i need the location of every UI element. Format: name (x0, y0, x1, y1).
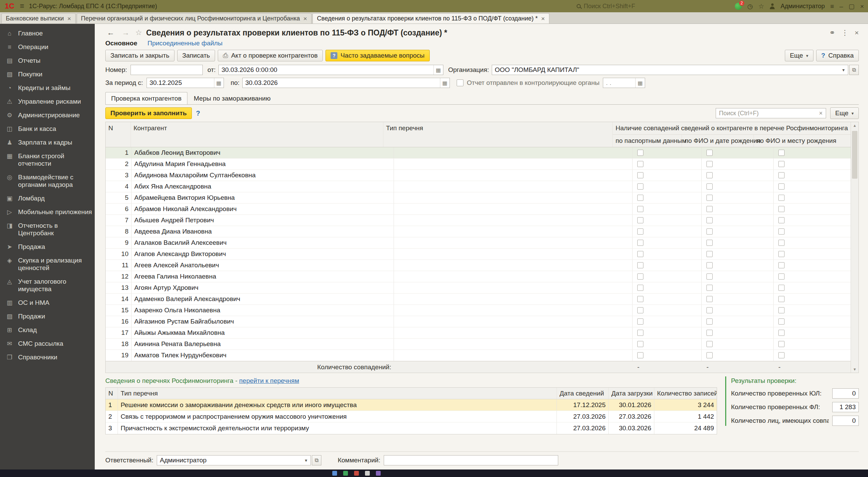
table-row[interactable]: 4Абих Яна Александровна (106, 181, 851, 192)
open-responsible-icon[interactable]: ⧉ (312, 455, 321, 465)
table-row[interactable]: 12Агеева Галина Николаевна (106, 271, 851, 282)
check-fill-button[interactable]: Проверить и заполнить (105, 107, 192, 119)
list-row[interactable]: 1Решение комиссии о замораживании денежн… (106, 399, 717, 411)
table-search-input[interactable]: Поиск (Ctrl+F) × (716, 108, 826, 118)
table-row[interactable]: 3Абидинова Махларойим Султанбековна (106, 170, 851, 181)
match-checkbox-passport[interactable] (637, 195, 643, 201)
responsible-input[interactable]: Администратор ▾ (157, 455, 311, 465)
column-header-fio-birthdate[interactable]: по ФИО и дате рождения (682, 135, 754, 147)
match-checkbox-passport[interactable] (637, 307, 643, 313)
match-checkbox-passport[interactable] (637, 217, 643, 223)
table-row[interactable]: 7Абышев Андрей Петрович (106, 215, 851, 226)
table-row[interactable]: 8Авдеева Диана Ивановна (106, 226, 851, 237)
window-tab[interactable]: Перечни организаций и физических лиц Рос… (77, 13, 312, 24)
favorites-icon[interactable]: ☆ (758, 3, 764, 10)
vertical-scrollbar[interactable]: ▲ ▼ (851, 122, 858, 373)
organization-input[interactable]: ООО "ЛОМБАРД КАПИТАЛ" ▾ (492, 65, 848, 75)
taskbar-icon[interactable] (354, 471, 359, 476)
match-checkbox-fio-birthdate[interactable] (706, 251, 713, 257)
main-menu-icon[interactable]: ≡ (20, 2, 24, 11)
calendar-icon[interactable]: ▦ (433, 65, 443, 75)
column-header-contractor[interactable]: Контрагент (131, 122, 383, 147)
scrollbar-thumb[interactable] (852, 131, 857, 179)
close-tab-icon[interactable]: × (541, 15, 545, 23)
sidebar-item[interactable]: ✉СМС рассылка (0, 337, 95, 351)
sidebar-item[interactable]: ▷Мобильные приложения (0, 205, 95, 219)
match-checkbox-fio-birthdate[interactable] (706, 352, 713, 358)
table-more-button[interactable]: Еще▾ (830, 107, 859, 119)
sidebar-item[interactable]: ⌂Главное (0, 27, 95, 40)
table-row[interactable]: 9Агалаков Василий Алексеевич (106, 237, 851, 249)
table-row[interactable]: 19Акматов Тилек Нурдунбекович (106, 350, 851, 361)
column-header-n[interactable]: N (106, 122, 131, 147)
sidebar-item[interactable]: ▤Отчеты (0, 54, 95, 68)
period-from-input[interactable]: 30.12.2025 ▦ (147, 78, 224, 88)
match-checkbox-fio-birthplace[interactable] (778, 172, 785, 178)
match-checkbox-fio-birthplace[interactable] (778, 161, 785, 167)
table-row[interactable]: 11Агеев Алексей Анатольевич (106, 260, 851, 271)
close-window-icon[interactable]: × (860, 3, 864, 10)
window-tab[interactable]: Банковские выписки× (1, 13, 76, 24)
match-checkbox-fio-birthdate[interactable] (706, 228, 713, 235)
match-checkbox-passport[interactable] (637, 251, 643, 257)
match-checkbox-fio-birthdate[interactable] (706, 318, 713, 325)
match-checkbox-passport[interactable] (637, 262, 643, 268)
faq-button[interactable]: ?Часто задаваемые вопросы (325, 50, 430, 61)
match-checkbox-fio-birthdate[interactable] (706, 307, 713, 313)
table-row[interactable]: 5Абрамейцева Виктория Юрьевна (106, 192, 851, 204)
match-checkbox-fio-birthplace[interactable] (778, 352, 785, 358)
table-row[interactable]: 16Айгазинов Рустам Байгабылович (106, 316, 851, 327)
match-checkbox-passport[interactable] (637, 330, 643, 336)
match-checkbox-fio-birthplace[interactable] (778, 273, 785, 280)
service-menu-icon[interactable]: ≡ (830, 3, 834, 10)
table-row[interactable]: 6Абрамов Николай Александрович (106, 204, 851, 215)
tab-freeze-measures[interactable]: Меры по замораживанию (188, 92, 276, 104)
sidebar-item[interactable]: ◔Кредиты и займы (0, 81, 95, 95)
match-checkbox-fio-birthplace[interactable] (778, 240, 785, 246)
match-checkbox-fio-birthplace[interactable] (778, 307, 785, 313)
tab-main[interactable]: Основное (105, 40, 137, 47)
table-row[interactable]: 1Абабков Леонид Викторович (106, 147, 851, 159)
user-name[interactable]: Администратор (780, 3, 825, 10)
match-checkbox-passport[interactable] (637, 273, 643, 280)
match-checkbox-fio-birthplace[interactable] (778, 262, 785, 268)
more-menu-icon[interactable]: ⋮ (841, 29, 849, 37)
match-checkbox-fio-birthdate[interactable] (706, 183, 713, 190)
save-button[interactable]: Записать (177, 50, 215, 61)
column-header-records[interactable]: Количество записей (654, 388, 717, 399)
match-checkbox-passport[interactable] (637, 352, 643, 358)
list-row[interactable]: 2Связь с терроризмом и распространением … (106, 411, 717, 422)
report-sent-date-input[interactable]: . . ▦ (603, 78, 645, 88)
chevron-down-icon[interactable]: ▾ (302, 456, 310, 465)
taskbar-icon[interactable] (343, 471, 348, 476)
match-checkbox-passport[interactable] (637, 161, 643, 167)
act-print-button[interactable]: ⎙Акт о проверке контрагентов (218, 50, 323, 61)
column-header-info-date[interactable]: Дата сведений (557, 388, 609, 399)
period-to-input[interactable]: 30.03.2026 ▦ (242, 78, 450, 88)
table-row[interactable]: 14Адаменко Валерий Александрович (106, 294, 851, 305)
match-checkbox-fio-birthplace[interactable] (778, 150, 785, 156)
match-checkbox-fio-birthdate[interactable] (706, 296, 713, 302)
sidebar-item[interactable]: ▣Ломбард (0, 192, 95, 205)
report-sent-checkbox[interactable] (457, 79, 463, 86)
table-row[interactable]: 13Агоян Артур Хдрович (106, 282, 851, 294)
table-row[interactable]: 18Акинина Рената Валерьевна (106, 339, 851, 350)
match-checkbox-passport[interactable] (637, 172, 643, 178)
match-checkbox-fio-birthdate[interactable] (706, 240, 713, 246)
clear-search-icon[interactable]: × (817, 110, 824, 117)
column-header-list-type[interactable]: Тип перечня (118, 388, 557, 399)
sidebar-item[interactable]: ◫Банк и касса (0, 122, 95, 136)
sidebar-item[interactable]: ♟Зарплата и кадры (0, 136, 95, 149)
match-checkbox-fio-birthplace[interactable] (778, 285, 785, 291)
column-header-load-date[interactable]: Дата загрузки (609, 388, 654, 399)
match-checkbox-fio-birthdate[interactable] (706, 150, 713, 156)
match-checkbox-fio-birthplace[interactable] (778, 251, 785, 257)
close-form-icon[interactable]: × (855, 29, 859, 37)
match-checkbox-fio-birthplace[interactable] (778, 318, 785, 325)
match-checkbox-fio-birthdate[interactable] (706, 262, 713, 268)
scroll-down-icon[interactable]: ▼ (853, 367, 857, 371)
close-tab-icon[interactable]: × (303, 15, 307, 23)
forward-icon[interactable]: → (120, 28, 131, 38)
sidebar-item[interactable]: ≡Операции (0, 40, 95, 54)
match-checkbox-passport[interactable] (637, 150, 643, 156)
